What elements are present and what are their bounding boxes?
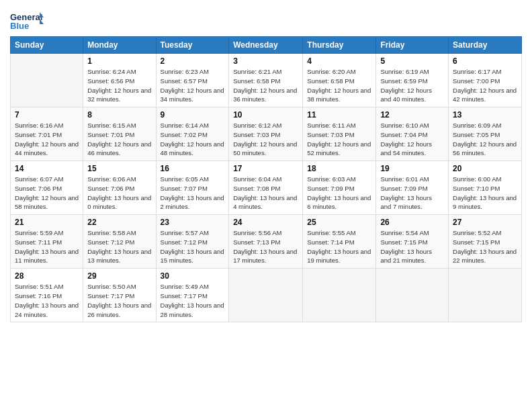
calendar-cell: 7 Sunrise: 6:16 AMSunset: 7:01 PMDayligh… bbox=[11, 107, 83, 161]
day-number: 6 bbox=[453, 56, 517, 66]
calendar-cell bbox=[303, 269, 376, 322]
calendar-week-5: 28 Sunrise: 5:51 AMSunset: 7:16 PMDaylig… bbox=[11, 269, 522, 322]
day-info: Sunrise: 5:57 AMSunset: 7:12 PMDaylight:… bbox=[161, 229, 224, 264]
calendar-cell: 23 Sunrise: 5:57 AMSunset: 7:12 PMDaylig… bbox=[156, 215, 229, 269]
day-number: 9 bbox=[161, 110, 225, 120]
day-info: Sunrise: 6:19 AMSunset: 6:59 PMDaylight:… bbox=[380, 68, 432, 103]
day-info: Sunrise: 6:11 AMSunset: 7:03 PMDaylight:… bbox=[307, 122, 371, 156]
calendar-cell: 19 Sunrise: 6:01 AMSunset: 7:09 PMDaylig… bbox=[376, 161, 449, 215]
calendar-week-4: 21 Sunrise: 5:59 AMSunset: 7:11 PMDaylig… bbox=[11, 215, 522, 269]
day-info: Sunrise: 5:50 AMSunset: 7:17 PMDaylight:… bbox=[87, 283, 151, 318]
day-info: Sunrise: 6:24 AMSunset: 6:56 PMDaylight:… bbox=[87, 68, 151, 103]
calendar-cell: 12 Sunrise: 6:10 AMSunset: 7:04 PMDaylig… bbox=[376, 107, 449, 161]
day-header-sunday: Sunday bbox=[11, 37, 83, 54]
day-info: Sunrise: 6:15 AMSunset: 7:01 PMDaylight:… bbox=[87, 122, 151, 156]
day-info: Sunrise: 6:00 AMSunset: 7:10 PMDaylight:… bbox=[453, 175, 517, 210]
calendar-cell: 13 Sunrise: 6:09 AMSunset: 7:05 PMDaylig… bbox=[449, 107, 522, 161]
day-number: 12 bbox=[380, 110, 444, 120]
day-number: 7 bbox=[15, 110, 79, 120]
calendar-cell: 30 Sunrise: 5:49 AMSunset: 7:17 PMDaylig… bbox=[156, 269, 229, 322]
calendar-cell: 15 Sunrise: 6:06 AMSunset: 7:06 PMDaylig… bbox=[83, 161, 156, 215]
calendar-cell: 8 Sunrise: 6:15 AMSunset: 7:01 PMDayligh… bbox=[83, 107, 156, 161]
day-info: Sunrise: 5:56 AMSunset: 7:13 PMDaylight:… bbox=[233, 229, 297, 264]
day-info: Sunrise: 6:01 AMSunset: 7:09 PMDaylight:… bbox=[380, 175, 432, 210]
day-number: 29 bbox=[87, 271, 151, 281]
svg-text:Blue: Blue bbox=[10, 21, 29, 31]
day-header-saturday: Saturday bbox=[449, 37, 522, 54]
calendar-cell: 20 Sunrise: 6:00 AMSunset: 7:10 PMDaylig… bbox=[449, 161, 522, 215]
day-info: Sunrise: 6:17 AMSunset: 7:00 PMDaylight:… bbox=[453, 68, 517, 103]
day-info: Sunrise: 6:06 AMSunset: 7:06 PMDaylight:… bbox=[87, 175, 151, 210]
day-info: Sunrise: 5:49 AMSunset: 7:17 PMDaylight:… bbox=[161, 283, 224, 318]
calendar-cell bbox=[229, 269, 303, 322]
day-number: 2 bbox=[161, 56, 225, 66]
page-header: General Blue bbox=[10, 7, 522, 31]
calendar-cell: 21 Sunrise: 5:59 AMSunset: 7:11 PMDaylig… bbox=[11, 215, 83, 269]
day-info: Sunrise: 5:59 AMSunset: 7:11 PMDaylight:… bbox=[15, 229, 79, 264]
calendar-cell: 27 Sunrise: 5:52 AMSunset: 7:15 PMDaylig… bbox=[449, 215, 522, 269]
calendar-cell bbox=[449, 269, 522, 322]
calendar-cell: 10 Sunrise: 6:12 AMSunset: 7:03 PMDaylig… bbox=[229, 107, 303, 161]
calendar-week-1: 1 Sunrise: 6:24 AMSunset: 6:56 PMDayligh… bbox=[11, 54, 522, 107]
calendar-cell: 17 Sunrise: 6:04 AMSunset: 7:08 PMDaylig… bbox=[229, 161, 303, 215]
calendar-cell bbox=[376, 269, 449, 322]
day-info: Sunrise: 6:12 AMSunset: 7:03 PMDaylight:… bbox=[233, 122, 297, 156]
day-info: Sunrise: 6:10 AMSunset: 7:04 PMDaylight:… bbox=[380, 122, 432, 156]
page: { "header": { "logo_line1": "General", "… bbox=[0, 0, 532, 411]
calendar-cell: 22 Sunrise: 5:58 AMSunset: 7:12 PMDaylig… bbox=[83, 215, 156, 269]
calendar-cell: 26 Sunrise: 5:54 AMSunset: 7:15 PMDaylig… bbox=[376, 215, 449, 269]
day-number: 18 bbox=[307, 164, 371, 173]
day-number: 25 bbox=[307, 218, 371, 227]
calendar-cell: 4 Sunrise: 6:20 AMSunset: 6:58 PMDayligh… bbox=[303, 54, 376, 107]
calendar-cell: 11 Sunrise: 6:11 AMSunset: 7:03 PMDaylig… bbox=[303, 107, 376, 161]
calendar-cell: 5 Sunrise: 6:19 AMSunset: 6:59 PMDayligh… bbox=[376, 54, 449, 107]
calendar-cell: 25 Sunrise: 5:55 AMSunset: 7:14 PMDaylig… bbox=[303, 215, 376, 269]
day-number: 10 bbox=[233, 110, 298, 120]
day-info: Sunrise: 6:03 AMSunset: 7:09 PMDaylight:… bbox=[307, 175, 371, 210]
day-number: 21 bbox=[15, 218, 79, 227]
day-number: 8 bbox=[87, 110, 151, 120]
calendar-cell: 28 Sunrise: 5:51 AMSunset: 7:16 PMDaylig… bbox=[11, 269, 83, 322]
day-info: Sunrise: 6:05 AMSunset: 7:07 PMDaylight:… bbox=[161, 175, 224, 210]
day-info: Sunrise: 6:20 AMSunset: 6:58 PMDaylight:… bbox=[307, 68, 371, 103]
calendar-table: SundayMondayTuesdayWednesdayThursdayFrid… bbox=[10, 36, 522, 322]
day-info: Sunrise: 6:14 AMSunset: 7:02 PMDaylight:… bbox=[161, 122, 224, 156]
day-number: 27 bbox=[453, 218, 517, 227]
day-info: Sunrise: 5:54 AMSunset: 7:15 PMDaylight:… bbox=[380, 229, 432, 264]
calendar-cell: 18 Sunrise: 6:03 AMSunset: 7:09 PMDaylig… bbox=[303, 161, 376, 215]
day-info: Sunrise: 5:51 AMSunset: 7:16 PMDaylight:… bbox=[15, 283, 79, 318]
calendar-cell: 1 Sunrise: 6:24 AMSunset: 6:56 PMDayligh… bbox=[83, 54, 156, 107]
calendar-cell: 6 Sunrise: 6:17 AMSunset: 7:00 PMDayligh… bbox=[449, 54, 522, 107]
day-header-tuesday: Tuesday bbox=[156, 37, 229, 54]
day-info: Sunrise: 6:09 AMSunset: 7:05 PMDaylight:… bbox=[453, 122, 517, 156]
day-number: 1 bbox=[87, 56, 151, 66]
calendar-cell: 14 Sunrise: 6:07 AMSunset: 7:06 PMDaylig… bbox=[11, 161, 83, 215]
day-number: 20 bbox=[453, 164, 517, 173]
calendar-week-3: 14 Sunrise: 6:07 AMSunset: 7:06 PMDaylig… bbox=[11, 161, 522, 215]
day-header-wednesday: Wednesday bbox=[229, 37, 303, 54]
day-info: Sunrise: 5:52 AMSunset: 7:15 PMDaylight:… bbox=[453, 229, 517, 264]
logo: General Blue bbox=[10, 7, 44, 31]
day-info: Sunrise: 6:16 AMSunset: 7:01 PMDaylight:… bbox=[15, 122, 79, 156]
day-number: 5 bbox=[380, 56, 444, 66]
logo-icon: General Blue bbox=[10, 9, 44, 31]
calendar-cell: 9 Sunrise: 6:14 AMSunset: 7:02 PMDayligh… bbox=[156, 107, 229, 161]
day-number: 3 bbox=[233, 56, 298, 66]
day-header-monday: Monday bbox=[83, 37, 156, 54]
calendar-cell: 24 Sunrise: 5:56 AMSunset: 7:13 PMDaylig… bbox=[229, 215, 303, 269]
day-number: 13 bbox=[453, 110, 517, 120]
day-number: 24 bbox=[233, 218, 298, 227]
calendar-cell bbox=[11, 54, 83, 107]
calendar-body: 1 Sunrise: 6:24 AMSunset: 6:56 PMDayligh… bbox=[11, 54, 522, 322]
calendar-week-2: 7 Sunrise: 6:16 AMSunset: 7:01 PMDayligh… bbox=[11, 107, 522, 161]
day-info: Sunrise: 6:04 AMSunset: 7:08 PMDaylight:… bbox=[233, 175, 297, 210]
day-number: 28 bbox=[15, 271, 79, 281]
day-info: Sunrise: 5:55 AMSunset: 7:14 PMDaylight:… bbox=[307, 229, 371, 264]
day-number: 4 bbox=[307, 56, 371, 66]
day-number: 19 bbox=[380, 164, 444, 173]
day-number: 14 bbox=[15, 164, 79, 173]
day-number: 16 bbox=[161, 164, 225, 173]
day-number: 17 bbox=[233, 164, 298, 173]
day-number: 15 bbox=[87, 164, 151, 173]
calendar-cell: 29 Sunrise: 5:50 AMSunset: 7:17 PMDaylig… bbox=[83, 269, 156, 322]
